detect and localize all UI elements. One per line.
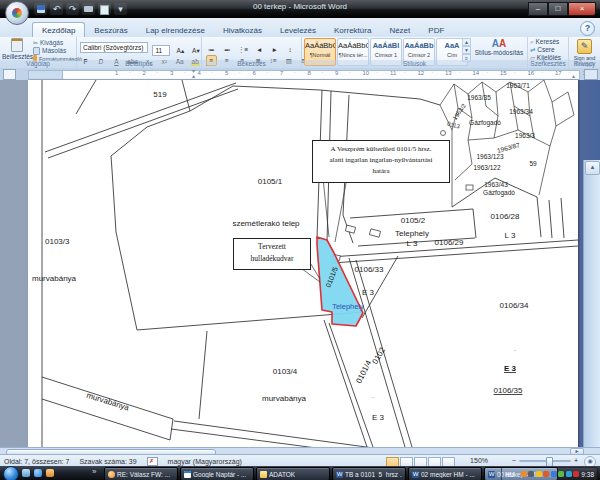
callout-planned-waste-yard[interactable]: Tervezett hulladékudvar	[233, 238, 311, 270]
system-tray: HU ‹ 9:38	[501, 467, 598, 480]
map-label: Telephely	[332, 302, 364, 311]
tab-selector[interactable]	[3, 69, 16, 80]
ruler-tick: ·	[486, 69, 488, 75]
folder-icon	[260, 471, 267, 478]
tray-expand-icon[interactable]: ‹	[517, 471, 519, 478]
vertical-scrollbar[interactable]: ▲ ▲ ● ▼	[583, 160, 600, 480]
ruler-tick: ·	[459, 69, 461, 75]
outlook-icon[interactable]	[46, 469, 54, 477]
restore-button[interactable]: □	[548, 2, 568, 16]
messenger-tray-icon[interactable]	[521, 471, 527, 477]
right-indent-marker[interactable]: ▴	[572, 74, 575, 78]
window-title: 00 terkep - Microsoft Word	[0, 2, 600, 11]
scroll-up-icon[interactable]: ▲	[585, 161, 600, 175]
taskbar-button[interactable]: Google Naptár - ...	[180, 467, 254, 480]
network-tray-icon[interactable]	[551, 471, 557, 477]
ruler-tick: ·	[294, 69, 296, 75]
zoom-in-icon[interactable]: +	[574, 457, 578, 464]
zoom-level[interactable]: 150%	[470, 457, 488, 464]
left-indent-marker[interactable]: ▴	[192, 74, 195, 78]
help-button[interactable]: ?	[580, 21, 595, 36]
privacy-group: ✎ Sign and Encrypt Privacy	[569, 37, 600, 68]
map-label: 0106/33	[355, 265, 384, 274]
start-button[interactable]	[3, 466, 19, 480]
map-label: 0106/29	[435, 238, 464, 247]
internet-explorer-icon[interactable]	[34, 469, 42, 477]
clipboard-group-label: Vágólap	[0, 60, 76, 68]
map-label: ..	[371, 393, 375, 399]
word-count[interactable]: Szavak száma: 39	[79, 458, 136, 465]
ruler-number: 13	[445, 70, 452, 76]
ruler-toggle-button[interactable]	[584, 69, 598, 80]
map-label: 519	[153, 90, 167, 99]
title-bar: ↶ ↷ ▾ 00 terkep - Microsoft Word – □ ×	[0, 0, 600, 18]
change-styles-button[interactable]: AA Stílus-módosítás	[474, 39, 524, 56]
language-indicator[interactable]: magyar (Magyarország)	[168, 458, 242, 465]
map-label: murvabánya	[85, 391, 130, 413]
language-switcher[interactable]: HU	[505, 471, 514, 478]
map-label: murvabánya	[32, 274, 77, 283]
ruler-number: 9	[335, 70, 338, 76]
tab-n-zet[interactable]: Nézet	[380, 23, 419, 37]
page-indicator[interactable]: Oldal: 7, összesen: 7	[4, 458, 69, 465]
paste-button[interactable]: Beillesztés	[2, 38, 32, 60]
minimize-button[interactable]: –	[528, 2, 548, 16]
document-page[interactable]: 5190105/1szemétlerakó telep0103/3murvabá…	[28, 80, 578, 447]
tab-korrekt-ra[interactable]: Korrektúra	[325, 23, 380, 37]
security-tray-icon[interactable]	[573, 471, 579, 477]
alert-tray-icon[interactable]	[543, 471, 549, 477]
copy-button[interactable]: Másolás	[33, 47, 82, 54]
ruler-number: 15	[500, 70, 507, 76]
taskbar-button[interactable]: ADATOK	[256, 467, 330, 480]
tab-hivatkoz-s[interactable]: Hivatkozás	[214, 23, 271, 37]
quick-launch-overflow-icon[interactable]: »	[92, 467, 96, 476]
find-button[interactable]: ⌕ Keresés	[530, 38, 561, 46]
ruler-number: 3	[170, 70, 173, 76]
show-desktop-icon[interactable]	[22, 469, 30, 477]
taskbar-button[interactable]: W02 megker HM - ...	[408, 467, 482, 480]
find-icon: ⌕	[530, 38, 534, 45]
replace-button[interactable]: ⇄ Csere	[530, 46, 561, 54]
tab-kezd-lap[interactable]: Kezdőlap	[32, 22, 85, 37]
zoom-slider: − +	[512, 457, 578, 464]
zoom-out-icon[interactable]: −	[512, 457, 516, 464]
word-icon: W	[488, 471, 495, 478]
taskbar-button[interactable]: RE: Válasz FW: ...	[104, 467, 178, 480]
clock[interactable]: 9:38	[581, 471, 594, 478]
callout-parcel-boundary[interactable]: A Veszprém külterületi 0101/5 hrsz. alat…	[312, 140, 450, 183]
map-label: 1963/3	[515, 132, 535, 139]
update-tray-icon[interactable]	[566, 471, 572, 477]
cut-button[interactable]: ✂ Kivágás	[33, 39, 82, 46]
tab-besz-r-s[interactable]: Beszúrás	[85, 23, 136, 37]
close-button[interactable]: ×	[568, 2, 596, 16]
zoom-slider-track[interactable]	[519, 460, 571, 462]
scissors-icon: ✂	[33, 39, 38, 46]
office-button[interactable]	[5, 1, 29, 25]
ruler-margin	[28, 70, 63, 80]
shield-tray-icon[interactable]	[536, 471, 542, 477]
ruler-tick: ·	[184, 69, 186, 75]
styles-group-label: Stílusok	[302, 60, 527, 68]
ruler-number: 5	[225, 70, 228, 76]
zoom-slider-thumb[interactable]	[546, 457, 553, 467]
map-label: L 3	[505, 231, 516, 240]
task-buttons: RE: Válasz FW: ...Google Naptár - ...ADA…	[104, 467, 558, 480]
editing-group-label: Szerkesztés	[528, 60, 568, 68]
taskbar-button[interactable]: WTB a 0101_5_hrsz ...	[332, 467, 406, 480]
tab-levelez-s[interactable]: Levelezés	[271, 23, 325, 37]
map-label: 1963/43	[484, 181, 508, 188]
map-label: 0106/35	[494, 386, 523, 395]
tab-lap-elrendez-se[interactable]: Lap elrendezése	[137, 23, 214, 37]
map-label: 1963/122	[473, 164, 500, 171]
tab-pdf[interactable]: PDF	[419, 23, 453, 37]
volume-tray-icon[interactable]	[558, 471, 564, 477]
map-label: 0103/4	[273, 367, 298, 376]
map-label: ..	[513, 346, 517, 352]
editing-group: ⌕ Keresés ⇄ Csere ▱ Kijelölés Szerkeszté…	[528, 37, 569, 68]
styles-gallery-scroll[interactable]: ▲ ▼ ≡	[462, 38, 471, 62]
phone-tray-icon[interactable]	[528, 471, 534, 477]
spellcheck-icon[interactable]	[147, 457, 158, 466]
ruler-tick: ·	[569, 69, 571, 75]
map-label: murvabánya	[262, 394, 307, 403]
font-group-label: Betűtípus	[77, 60, 201, 68]
